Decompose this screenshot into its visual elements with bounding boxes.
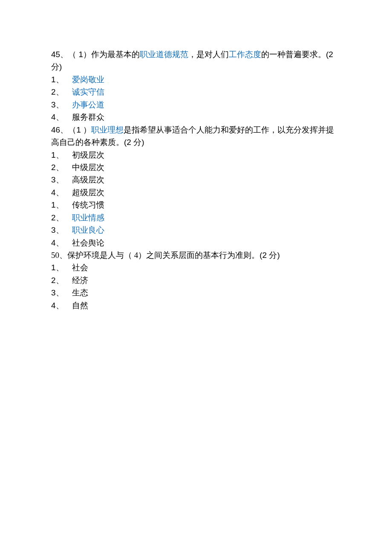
option-text[interactable]: 职业情感 bbox=[72, 213, 104, 222]
extra-option-3: 3、 职业良心 bbox=[51, 224, 341, 236]
option-prefix: 4、 bbox=[51, 113, 72, 121]
document-page: 45、（ 1）作为最基本的职业道德规范，是对人们工作态度的一种普遍要求。(2 分… bbox=[0, 0, 392, 312]
option-text: 生态 bbox=[72, 288, 88, 297]
option-prefix: 2、 bbox=[51, 276, 72, 285]
option-text: 服务群众 bbox=[72, 113, 104, 121]
option-prefix: 4、 bbox=[51, 238, 72, 247]
option-text: 经济 bbox=[72, 276, 88, 285]
q50-points: (2 分) bbox=[259, 251, 280, 260]
q46-option-1: 1、 初级层次 bbox=[51, 149, 341, 161]
option-prefix: 1、 bbox=[51, 150, 72, 159]
q50-line: 50、保护环境是人与（ 4）之间关系层面的基本行为准则。 bbox=[51, 251, 259, 260]
option-text: 超级层次 bbox=[72, 188, 104, 197]
option-prefix: 1、 bbox=[51, 200, 72, 209]
option-text: 初级层次 bbox=[72, 150, 104, 159]
q46-link-1[interactable]: 职业理想 bbox=[91, 125, 124, 134]
q50-option-4: 4、 自然 bbox=[51, 299, 341, 312]
option-prefix: 3、 bbox=[51, 100, 72, 109]
q45-option-3: 3、 办事公道 bbox=[51, 98, 341, 111]
q50-option-1: 1、 社会 bbox=[51, 261, 341, 274]
option-prefix: 2、 bbox=[51, 163, 72, 172]
q45-option-4: 4、 服务群众 bbox=[51, 111, 341, 123]
q46-option-3: 3、 高级层次 bbox=[51, 173, 341, 186]
option-text: 中级层次 bbox=[72, 163, 104, 172]
q45-link-1[interactable]: 职业道德规范 bbox=[140, 50, 188, 59]
q45-option-2: 2、 诚实守信 bbox=[51, 86, 341, 98]
option-text: 自然 bbox=[72, 301, 88, 310]
option-text[interactable]: 办事公道 bbox=[72, 100, 104, 109]
option-prefix: 3、 bbox=[51, 175, 72, 184]
q46-prefix: 46、（1 ） bbox=[51, 125, 91, 134]
q45-prefix: 45、（ 1）作为最基本的 bbox=[51, 50, 140, 59]
q46-points: (2 分) bbox=[124, 138, 144, 147]
option-prefix: 4、 bbox=[51, 301, 72, 310]
option-text: 高级层次 bbox=[72, 175, 104, 184]
q45-mid2: 的一种普遍要求。 bbox=[261, 50, 326, 59]
q45-mid1: ，是对人们 bbox=[188, 50, 229, 59]
option-prefix: 4、 bbox=[51, 188, 72, 197]
option-prefix: 3、 bbox=[51, 288, 72, 297]
option-text: 社会 bbox=[72, 263, 88, 272]
question-46: 46、（1 ）职业理想是指希望从事适合个人能力和爱好的工作，以充分发挥并提高自己… bbox=[51, 124, 341, 149]
option-text: 传统习惯 bbox=[72, 200, 104, 209]
extra-option-1: 1、 传统习惯 bbox=[51, 199, 341, 211]
q50-option-3: 3、 生态 bbox=[51, 286, 341, 299]
option-prefix: 2、 bbox=[51, 87, 72, 96]
extra-option-2: 2、 职业情感 bbox=[51, 211, 341, 224]
q45-link-2[interactable]: 工作态度 bbox=[229, 50, 261, 59]
option-prefix: 3、 bbox=[51, 225, 72, 234]
q46-option-2: 2、 中级层次 bbox=[51, 161, 341, 173]
option-text[interactable]: 诚实守信 bbox=[72, 87, 104, 96]
option-text[interactable]: 爱岗敬业 bbox=[72, 75, 104, 84]
option-text: 社会舆论 bbox=[72, 238, 104, 247]
option-prefix: 1、 bbox=[51, 75, 72, 84]
question-45: 45、（ 1）作为最基本的职业道德规范，是对人们工作态度的一种普遍要求。(2 分… bbox=[51, 48, 341, 73]
option-prefix: 2、 bbox=[51, 213, 72, 222]
q50-option-2: 2、 经济 bbox=[51, 274, 341, 286]
question-50: 50、保护环境是人与（ 4）之间关系层面的基本行为准则。(2 分) bbox=[51, 249, 341, 261]
option-text[interactable]: 职业良心 bbox=[72, 225, 104, 234]
extra-option-4: 4、 社会舆论 bbox=[51, 237, 341, 249]
option-prefix: 1、 bbox=[51, 263, 72, 272]
q45-option-1: 1、 爱岗敬业 bbox=[51, 73, 341, 86]
q46-option-4: 4、 超级层次 bbox=[51, 186, 341, 199]
